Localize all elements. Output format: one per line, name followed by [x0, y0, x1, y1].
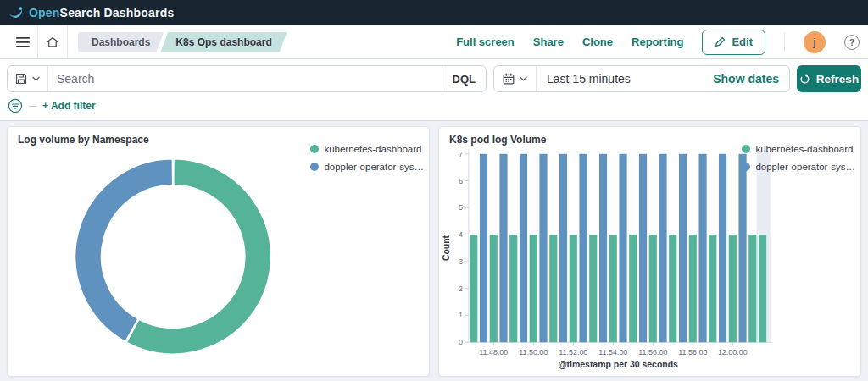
refresh-button-label: Refresh — [816, 73, 859, 86]
pencil-icon — [715, 36, 726, 47]
legend-dot-blue — [742, 163, 750, 171]
query-language-button[interactable]: DQL — [442, 66, 486, 91]
separator — [784, 33, 785, 52]
filter-bar: + Add filter — [0, 98, 868, 121]
brand-product: Dashboards — [104, 6, 175, 19]
calendar-icon — [503, 73, 515, 85]
clone-link[interactable]: Clone — [582, 36, 613, 48]
separator — [67, 25, 68, 58]
chevron-down-icon — [32, 76, 40, 81]
toolbar-left: Dashboards K8s Ops dashboard — [8, 25, 287, 58]
svg-text:4: 4 — [459, 230, 463, 239]
donut-legend: kubernetes-dashboard doppler-operator-sy… — [310, 144, 424, 172]
svg-text:7: 7 — [459, 150, 463, 158]
share-link[interactable]: Share — [533, 36, 564, 48]
svg-text:1: 1 — [459, 311, 463, 319]
svg-text:0: 0 — [459, 338, 463, 346]
brand-search: Search — [60, 6, 101, 19]
svg-text:12:00:00: 12:00:00 — [718, 348, 748, 356]
legend-dot-blue — [310, 163, 319, 171]
toolbar-right: Full screen Share Clone Reporting Edit j… — [456, 25, 860, 58]
save-query-icon — [15, 73, 27, 85]
edit-button-label: Edit — [732, 36, 753, 48]
svg-text:Count: Count — [442, 235, 451, 261]
panel-k8s-pod-log-volume[interactable]: K8s pod log Volume 0123456711:48:0011:50… — [438, 126, 861, 377]
svg-text:11:50:00: 11:50:00 — [519, 348, 548, 356]
user-avatar[interactable]: j — [804, 31, 826, 53]
time-range-value[interactable]: Last 15 minutes — [537, 72, 631, 86]
legend-label: doppler-operator-sys… — [324, 162, 424, 172]
opensearch-brand[interactable]: OpenSearchDashboards — [8, 5, 174, 20]
panel-title[interactable]: Log volume by Namespace — [18, 134, 149, 146]
svg-text:5: 5 — [459, 203, 463, 212]
show-dates-button[interactable]: Show dates — [713, 72, 789, 86]
date-quick-select-button[interactable] — [494, 66, 537, 91]
svg-text:2: 2 — [459, 284, 463, 293]
top-navbar: OpenSearchDashboards — [0, 0, 868, 25]
breadcrumb: Dashboards K8s Ops dashboard — [78, 32, 287, 52]
panel-log-volume-by-namespace[interactable]: Log volume by Namespace kubernetes-dashb… — [7, 126, 430, 377]
svg-text:6: 6 — [459, 177, 463, 185]
toolbar: Dashboards K8s Ops dashboard Full screen… — [0, 25, 868, 59]
home-button[interactable] — [38, 25, 67, 58]
filter-icon[interactable] — [8, 98, 23, 113]
svg-text:3: 3 — [459, 257, 463, 266]
svg-text:11:48:00: 11:48:00 — [479, 348, 508, 356]
svg-text:11:56:00: 11:56:00 — [638, 348, 667, 356]
reporting-link[interactable]: Reporting — [632, 36, 683, 48]
filter-dash — [29, 106, 36, 107]
hamburger-menu-icon — [16, 37, 30, 47]
dashboard-grid: Log volume by Namespace kubernetes-dashb… — [0, 121, 868, 381]
date-picker: Last 15 minutes Show dates — [493, 65, 790, 92]
edit-button[interactable]: Edit — [702, 30, 765, 55]
panel-title[interactable]: K8s pod log Volume — [449, 134, 546, 146]
query-bar: Search DQL Last 15 minutes Show dates Re… — [0, 59, 868, 98]
legend-item-kubernetes-dashboard[interactable]: kubernetes-dashboard — [742, 144, 855, 154]
help-button[interactable]: ? — [844, 35, 860, 50]
legend-dot-green — [310, 145, 319, 153]
svg-text:11:54:00: 11:54:00 — [598, 348, 627, 356]
full-screen-link[interactable]: Full screen — [456, 36, 515, 48]
brand-open: Open — [29, 6, 60, 19]
saved-query-menu-button[interactable] — [8, 66, 48, 91]
breadcrumb-current-dashboard: K8s Ops dashboard — [160, 32, 287, 52]
refresh-icon — [799, 74, 810, 85]
legend-item-doppler-operator[interactable]: doppler-operator-sys… — [310, 162, 424, 172]
legend-label: doppler-operator-sys… — [755, 162, 855, 172]
search-input[interactable]: Search DQL — [7, 65, 487, 92]
home-icon — [46, 36, 59, 49]
bar-legend: kubernetes-dashboard doppler-operator-sy… — [742, 144, 855, 172]
legend-dot-green — [742, 145, 750, 153]
breadcrumb-dashboards[interactable]: Dashboards — [78, 32, 164, 52]
refresh-button[interactable]: Refresh — [797, 65, 861, 92]
menu-button[interactable] — [8, 25, 37, 58]
svg-text:11:52:00: 11:52:00 — [559, 348, 587, 356]
legend-item-doppler-operator[interactable]: doppler-operator-sys… — [742, 162, 855, 172]
add-filter-button[interactable]: + Add filter — [42, 100, 96, 112]
opensearch-logo-icon — [8, 5, 24, 20]
legend-item-kubernetes-dashboard[interactable]: kubernetes-dashboard — [310, 144, 424, 154]
chevron-down-icon — [520, 76, 527, 81]
svg-text:@timestamp per 30 seconds: @timestamp per 30 seconds — [558, 360, 678, 369]
legend-label: kubernetes-dashboard — [324, 144, 421, 154]
brand-text: OpenSearchDashboards — [29, 6, 174, 19]
search-placeholder: Search — [48, 72, 442, 86]
svg-text:11:58:00: 11:58:00 — [678, 348, 707, 356]
legend-label: kubernetes-dashboard — [755, 144, 853, 154]
